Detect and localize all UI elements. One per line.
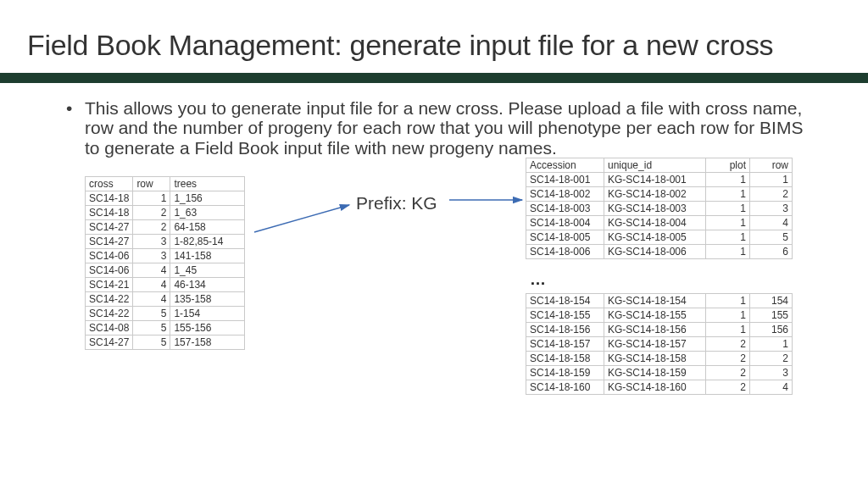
cell-trees: 1-154 bbox=[170, 307, 245, 321]
cell-plot: 1 bbox=[706, 308, 750, 323]
table-row: SC14-18-002KG-SC14-18-00212 bbox=[526, 187, 793, 202]
cell-plot: 2 bbox=[706, 380, 750, 395]
cell-row: 4 bbox=[133, 278, 170, 292]
cell-plot: 2 bbox=[706, 352, 750, 366]
cell-trees: 157-158 bbox=[170, 336, 245, 350]
cell-row: 1 bbox=[133, 191, 170, 206]
table-row: SC14-1811_156 bbox=[86, 191, 245, 206]
cell-row: 1 bbox=[750, 173, 793, 187]
cell-row: 2 bbox=[133, 206, 170, 220]
cell-cross: SC14-22 bbox=[86, 292, 133, 307]
cell-row: 3 bbox=[133, 249, 170, 263]
slide-title: Field Book Management: generate input fi… bbox=[0, 0, 868, 73]
cell-unique-id: KG-SC14-18-002 bbox=[604, 187, 706, 202]
cell-accession: SC14-18-005 bbox=[526, 230, 604, 245]
ellipsis: … bbox=[530, 270, 547, 289]
cell-row: 2 bbox=[133, 220, 170, 235]
cell-accession: SC14-18-001 bbox=[526, 173, 604, 187]
cell-cross: SC14-18 bbox=[86, 191, 133, 206]
col-accession: Accession bbox=[526, 158, 604, 173]
bullet-icon: • bbox=[66, 98, 72, 119]
cell-plot: 1 bbox=[706, 294, 750, 308]
table-row: SC14-2251-154 bbox=[86, 307, 245, 321]
cell-accession: SC14-18-156 bbox=[526, 323, 604, 337]
cell-row: 3 bbox=[750, 366, 793, 380]
cell-plot: 1 bbox=[706, 230, 750, 245]
cell-row: 4 bbox=[133, 263, 170, 278]
table-row: SC14-224135-158 bbox=[86, 292, 245, 307]
table-row: SC14-063141-158 bbox=[86, 249, 245, 263]
cell-plot: 1 bbox=[706, 202, 750, 216]
arrow-left-to-prefix bbox=[254, 205, 349, 232]
cell-cross: SC14-27 bbox=[86, 336, 133, 350]
cell-row: 5 bbox=[133, 307, 170, 321]
col-plot: plot bbox=[706, 158, 750, 173]
cell-accession: SC14-18-159 bbox=[526, 366, 604, 380]
table-row: SC14-18-001KG-SC14-18-00111 bbox=[526, 173, 793, 187]
content-area: cross row trees SC14-1811_156SC14-1821_6… bbox=[0, 158, 868, 166]
table-row: SC14-18-156KG-SC14-18-1561156 bbox=[526, 323, 793, 337]
cell-accession: SC14-18-155 bbox=[526, 308, 604, 323]
cell-row: 1 bbox=[750, 337, 793, 352]
cell-row: 2 bbox=[750, 352, 793, 366]
cell-row: 3 bbox=[750, 202, 793, 216]
cell-row: 4 bbox=[750, 216, 793, 230]
cell-row: 155 bbox=[750, 308, 793, 323]
table-row: SC14-0641_45 bbox=[86, 263, 245, 278]
cell-cross: SC14-22 bbox=[86, 307, 133, 321]
cell-cross: SC14-06 bbox=[86, 249, 133, 263]
table-header-row: cross row trees bbox=[86, 177, 245, 191]
cell-row: 4 bbox=[133, 292, 170, 307]
cell-trees: 1-82,85-14 bbox=[170, 235, 245, 249]
cell-unique-id: KG-SC14-18-001 bbox=[604, 173, 706, 187]
cell-accession: SC14-18-160 bbox=[526, 380, 604, 395]
table-row: SC14-18-160KG-SC14-18-16024 bbox=[526, 380, 793, 395]
table-row: SC14-1821_63 bbox=[86, 206, 245, 220]
cell-cross: SC14-06 bbox=[86, 263, 133, 278]
cell-unique-id: KG-SC14-18-005 bbox=[604, 230, 706, 245]
cell-unique-id: KG-SC14-18-158 bbox=[604, 352, 706, 366]
table-row: SC14-27264-158 bbox=[86, 220, 245, 235]
table-header-row: Accession unique_id plot row bbox=[526, 158, 793, 173]
cell-row: 6 bbox=[750, 245, 793, 259]
cell-trees: 135-158 bbox=[170, 292, 245, 307]
table-row: SC14-18-004KG-SC14-18-00414 bbox=[526, 216, 793, 230]
cell-trees: 1_156 bbox=[170, 191, 245, 206]
prefix-label: Prefix: KG bbox=[356, 193, 437, 214]
cell-plot: 1 bbox=[706, 187, 750, 202]
table-row: SC14-275157-158 bbox=[86, 336, 245, 350]
col-unique-id: unique_id bbox=[604, 158, 706, 173]
table-row: SC14-18-159KG-SC14-18-15923 bbox=[526, 366, 793, 380]
table-row: SC14-18-157KG-SC14-18-15721 bbox=[526, 337, 793, 352]
table-row: SC14-18-158KG-SC14-18-15822 bbox=[526, 352, 793, 366]
cell-row: 5 bbox=[750, 230, 793, 245]
cell-row: 5 bbox=[133, 336, 170, 350]
cell-trees: 1_63 bbox=[170, 206, 245, 220]
input-table: cross row trees SC14-1811_156SC14-1821_6… bbox=[85, 176, 245, 350]
table-row: SC14-2731-82,85-14 bbox=[86, 235, 245, 249]
cell-trees: 141-158 bbox=[170, 249, 245, 263]
cell-trees: 64-158 bbox=[170, 220, 245, 235]
table-row: SC14-18-006KG-SC14-18-00616 bbox=[526, 245, 793, 259]
cell-unique-id: KG-SC14-18-156 bbox=[604, 323, 706, 337]
col-row: row bbox=[133, 177, 170, 191]
cell-unique-id: KG-SC14-18-004 bbox=[604, 216, 706, 230]
cell-plot: 1 bbox=[706, 173, 750, 187]
cell-plot: 2 bbox=[706, 337, 750, 352]
cell-cross: SC14-21 bbox=[86, 278, 133, 292]
cell-accession: SC14-18-002 bbox=[526, 187, 604, 202]
cell-plot: 1 bbox=[706, 216, 750, 230]
col-cross: cross bbox=[86, 177, 133, 191]
cell-trees: 155-156 bbox=[170, 321, 245, 336]
cell-accession: SC14-18-154 bbox=[526, 294, 604, 308]
cell-accession: SC14-18-004 bbox=[526, 216, 604, 230]
cell-row: 3 bbox=[133, 235, 170, 249]
cell-plot: 1 bbox=[706, 323, 750, 337]
cell-unique-id: KG-SC14-18-155 bbox=[604, 308, 706, 323]
cell-accession: SC14-18-158 bbox=[526, 352, 604, 366]
cell-plot: 2 bbox=[706, 366, 750, 380]
intro-paragraph: • This allows you to generate input file… bbox=[0, 83, 868, 158]
cell-cross: SC14-27 bbox=[86, 235, 133, 249]
cell-accession: SC14-18-006 bbox=[526, 245, 604, 259]
cell-row: 5 bbox=[133, 321, 170, 336]
